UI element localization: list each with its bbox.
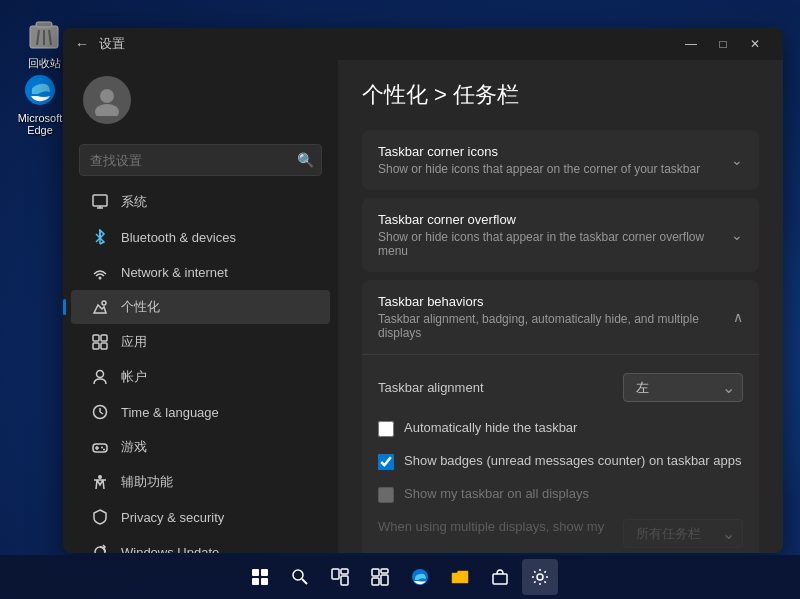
sidebar-item-bluetooth[interactable]: Bluetooth & devices: [71, 220, 330, 254]
content-area: 🔍 系统 Bluetooth & devices: [63, 60, 783, 553]
taskbar-start[interactable]: [242, 559, 278, 595]
svg-rect-39: [341, 569, 348, 574]
main-panel: 个性化 > 任务栏 Taskbar corner icons Show or h…: [338, 60, 783, 553]
sidebar-label-privacy: Privacy & security: [121, 510, 224, 525]
sidebar-label-system: 系统: [121, 193, 147, 211]
taskbar: [0, 555, 800, 599]
svg-point-27: [101, 447, 103, 449]
svg-rect-16: [93, 335, 99, 341]
svg-rect-18: [93, 343, 99, 349]
svg-rect-43: [372, 578, 379, 585]
taskbar-explorer[interactable]: [442, 559, 478, 595]
minimize-button[interactable]: —: [675, 32, 707, 56]
svg-rect-1: [36, 22, 52, 27]
svg-rect-8: [93, 195, 107, 206]
multiple-displays-select-wrapper: 所有任务栏: [623, 519, 743, 548]
sidebar-label-personalization: 个性化: [121, 298, 160, 316]
accounts-icon: [91, 368, 109, 386]
auto-hide-checkbox[interactable]: [378, 421, 394, 437]
sidebar-label-gaming: 游戏: [121, 438, 147, 456]
sidebar-item-accounts[interactable]: 帐户: [71, 360, 330, 394]
sidebar-item-personalization[interactable]: 个性化: [71, 290, 330, 324]
sidebar-item-apps[interactable]: 应用: [71, 325, 330, 359]
taskbar-store[interactable]: [482, 559, 518, 595]
section-desc-corner-icons: Show or hide icons that appear on the co…: [378, 162, 700, 176]
svg-rect-34: [252, 578, 259, 585]
section-taskbar-behaviors: Taskbar behaviors Taskbar alignment, bad…: [362, 280, 759, 553]
multiple-displays-select[interactable]: 所有任务栏: [623, 519, 743, 548]
svg-point-36: [293, 570, 303, 580]
auto-hide-label: Automatically hide the taskbar: [404, 420, 577, 437]
sidebar-item-time[interactable]: Time & language: [71, 395, 330, 429]
desktop: 回收站 MicrosoftEdge ← 设置 — □ ✕: [0, 0, 800, 599]
user-profile: [63, 60, 338, 140]
maximize-button[interactable]: □: [707, 32, 739, 56]
svg-rect-46: [493, 574, 507, 584]
section-desc-behaviors: Taskbar alignment, badging, automaticall…: [378, 312, 733, 340]
accessibility-icon: [91, 473, 109, 491]
desktop-icon-edge[interactable]: MicrosoftEdge: [10, 72, 70, 136]
close-button[interactable]: ✕: [739, 32, 771, 56]
sidebar-item-network[interactable]: Network & internet: [71, 255, 330, 289]
alignment-row: Taskbar alignment 左 中: [378, 363, 743, 412]
svg-rect-33: [261, 569, 268, 576]
section-taskbar-corner-icons: Taskbar corner icons Show or hide icons …: [362, 130, 759, 190]
section-header-corner-icons[interactable]: Taskbar corner icons Show or hide icons …: [362, 130, 759, 190]
multiple-displays-row: When using multiple displays, show my 所有…: [378, 511, 743, 553]
sidebar-item-accessibility[interactable]: 辅助功能: [71, 465, 330, 499]
search-box: 🔍: [79, 144, 322, 176]
taskbar-settings[interactable]: [522, 559, 558, 595]
edge-icon: [22, 72, 58, 108]
sidebar-label-bluetooth: Bluetooth & devices: [121, 230, 236, 245]
sidebar-item-update[interactable]: Windows Update: [71, 535, 330, 553]
all-displays-label: Show my taskbar on all displays: [404, 486, 589, 503]
back-button[interactable]: ←: [75, 36, 89, 52]
section-header-corner-overflow[interactable]: Taskbar corner overflow Show or hide ico…: [362, 198, 759, 272]
sidebar-label-accessibility: 辅助功能: [121, 473, 173, 491]
chevron-behaviors: ∧: [733, 309, 743, 325]
show-badges-label: Show badges (unread messages counter) on…: [404, 453, 741, 470]
section-text-behaviors: Taskbar behaviors Taskbar alignment, bad…: [378, 294, 733, 340]
recycle-bin-label: 回收站: [28, 56, 61, 71]
section-taskbar-corner-overflow: Taskbar corner overflow Show or hide ico…: [362, 198, 759, 272]
taskbar-search[interactable]: [282, 559, 318, 595]
svg-point-28: [103, 449, 105, 451]
svg-point-7: [95, 104, 119, 116]
svg-point-47: [537, 574, 543, 580]
page-title: 个性化 > 任务栏: [362, 80, 759, 110]
show-badges-checkbox[interactable]: [378, 454, 394, 470]
sidebar: 🔍 系统 Bluetooth & devices: [63, 60, 338, 553]
apps-icon: [91, 333, 109, 351]
sidebar-item-system[interactable]: 系统: [71, 185, 330, 219]
taskbar-widgets[interactable]: [362, 559, 398, 595]
chevron-corner-overflow: ⌄: [731, 227, 743, 243]
section-desc-corner-overflow: Show or hide icons that appear in the ta…: [378, 230, 731, 258]
svg-rect-19: [101, 343, 107, 349]
sidebar-item-privacy[interactable]: Privacy & security: [71, 500, 330, 534]
sidebar-label-accounts: 帐户: [121, 368, 147, 386]
section-title-corner-icons: Taskbar corner icons: [378, 144, 700, 159]
search-input[interactable]: [79, 144, 322, 176]
svg-point-20: [97, 371, 104, 378]
recycle-bin-icon: [26, 16, 62, 52]
sidebar-item-gaming[interactable]: 游戏: [71, 430, 330, 464]
sidebar-label-update: Windows Update: [121, 545, 219, 554]
alignment-select[interactable]: 左 中: [623, 373, 743, 402]
nav-list: 系统 Bluetooth & devices Network & interne…: [63, 184, 338, 553]
taskbar-edge[interactable]: [402, 559, 438, 595]
search-icon: 🔍: [297, 152, 314, 168]
chevron-corner-icons: ⌄: [731, 152, 743, 168]
svg-rect-32: [252, 569, 259, 576]
auto-hide-row: Automatically hide the taskbar: [378, 412, 743, 445]
all-displays-row: Show my taskbar on all displays: [378, 478, 743, 511]
all-displays-checkbox[interactable]: [378, 487, 394, 503]
window-controls: — □ ✕: [675, 32, 771, 56]
section-header-behaviors[interactable]: Taskbar behaviors Taskbar alignment, bad…: [362, 280, 759, 354]
taskbar-taskview[interactable]: [322, 559, 358, 595]
bluetooth-icon: [91, 228, 109, 246]
svg-rect-35: [261, 578, 268, 585]
avatar: [83, 76, 131, 124]
edge-label: MicrosoftEdge: [18, 112, 63, 136]
svg-point-15: [102, 301, 106, 305]
gaming-icon: [91, 438, 109, 456]
